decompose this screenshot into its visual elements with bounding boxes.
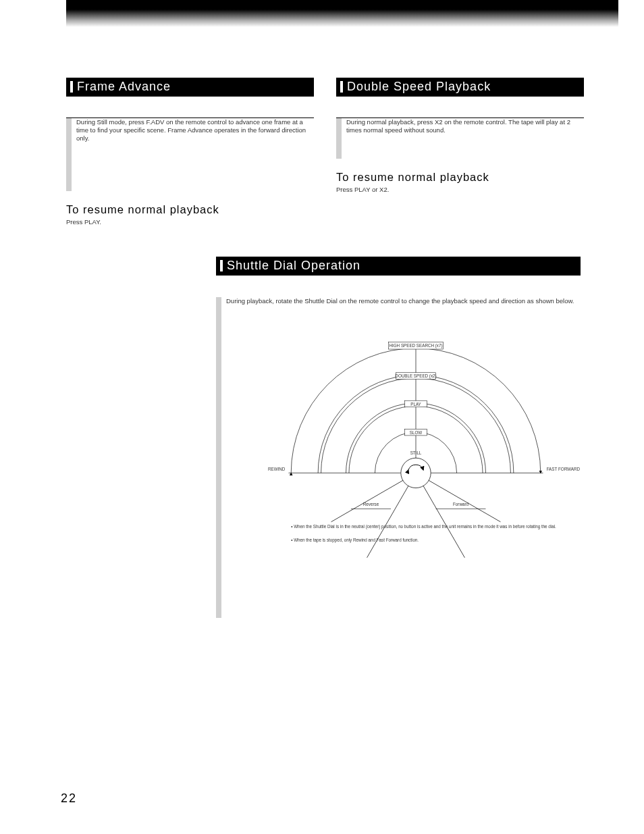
label-slow: SLOW <box>410 430 423 435</box>
shuttle-intro: During playback, rotate the Shuttle Dial… <box>226 297 581 305</box>
emphasis-bar <box>336 118 342 159</box>
heading-double-speed: Double Speed Playback <box>336 78 584 97</box>
label-play: PLAY <box>410 402 421 407</box>
heading-frame-advance: Frame Advance <box>66 78 314 97</box>
body-double-speed: During normal playback, press X2 on the … <box>346 118 584 134</box>
label-high-speed: HIGH SPEED SEARCH (x7) <box>389 343 442 348</box>
resume-instruction-left: Press PLAY. <box>66 218 314 226</box>
header-gradient-bar <box>66 0 618 27</box>
body-frame-advance: During Still mode, press F.ADV on the re… <box>76 118 314 142</box>
note-stopped: • When the tape is stopped, only Rewind … <box>291 538 419 543</box>
section-frame-advance: Frame Advance During Still mode, press F… <box>66 78 314 226</box>
subheading-resume-right: To resume normal playback <box>336 171 584 184</box>
page-number: 22 <box>61 791 77 806</box>
label-still: STILL <box>410 450 422 455</box>
emphasis-bar <box>216 297 221 618</box>
heading-shuttle: Shuttle Dial Operation <box>216 257 581 276</box>
section-double-speed: Double Speed Playback During normal play… <box>336 78 584 193</box>
label-rewind: REWIND <box>268 467 286 471</box>
note-reverse: Reverse <box>363 502 379 506</box>
resume-instruction-right: Press PLAY or X2. <box>336 186 584 193</box>
emphasis-bar <box>66 118 72 191</box>
label-double-speed: DOUBLE SPEED (x2) <box>395 373 436 379</box>
note-forward: Forward <box>453 502 468 506</box>
svg-point-7 <box>401 458 431 488</box>
subheading-resume-left: To resume normal playback <box>66 203 314 216</box>
label-fast-forward: FAST FORWARD <box>547 467 581 471</box>
shuttle-diagram: HIGH SPEED SEARCH (x7) DOUBLE SPEED (x2)… <box>234 328 598 558</box>
note-neutral: • When the Shuttle Dial is in the neutra… <box>291 524 556 529</box>
